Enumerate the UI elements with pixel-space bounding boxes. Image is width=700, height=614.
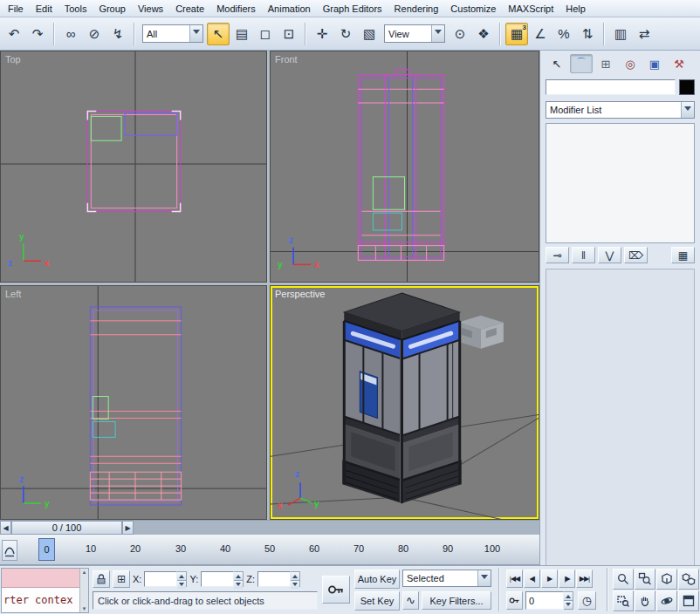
mirror-button[interactable]: ⇄ xyxy=(633,23,655,45)
menu-item-edit[interactable]: Edit xyxy=(30,1,58,17)
tab-motion[interactable]: ◎ xyxy=(619,54,642,73)
select-and-move-button[interactable]: ✛ xyxy=(311,23,333,45)
go-to-end-button[interactable]: ▶▶| xyxy=(576,570,593,588)
absolute-offset-mode-toggle[interactable]: ⊞ xyxy=(113,570,130,588)
select-object-button[interactable]: ↖ xyxy=(207,23,230,45)
object-color-swatch[interactable] xyxy=(679,79,695,95)
viewport-left[interactable]: Left z y xyxy=(0,285,267,520)
set-key-button[interactable]: Set Key xyxy=(354,591,400,611)
time-slider-prev-arrow[interactable]: ◀ xyxy=(0,521,11,535)
zoom-button[interactable] xyxy=(613,569,634,590)
undo-button[interactable]: ↶ xyxy=(3,23,25,45)
menu-item-help[interactable]: Help xyxy=(559,1,592,17)
z-coordinate-field[interactable] xyxy=(257,571,291,587)
reference-coordinate-system-dropdown[interactable]: View xyxy=(384,24,445,43)
default-tangent-button[interactable]: ∿ xyxy=(402,591,419,610)
window-crossing-toggle[interactable]: ⊡ xyxy=(278,23,300,45)
tab-create[interactable]: ↖ xyxy=(546,54,568,73)
next-frame-button[interactable]: |▶ xyxy=(559,570,575,588)
menu-item-tools[interactable]: Tools xyxy=(58,1,93,17)
set-keys-button[interactable] xyxy=(322,576,350,604)
modifier-list-dropdown[interactable]: Modifier List xyxy=(546,101,695,119)
selection-set-dropdown[interactable]: Selected xyxy=(402,570,491,587)
select-by-name-button[interactable]: ▤ xyxy=(230,23,253,45)
pin-stack-button[interactable]: ⊸ xyxy=(546,247,569,263)
bind-to-spacewarp-button[interactable]: ↯ xyxy=(106,23,129,45)
configure-modifier-sets-button[interactable]: ▦ xyxy=(671,247,695,263)
percent-snap-toggle[interactable]: % xyxy=(552,23,575,45)
tab-display[interactable]: ▣ xyxy=(643,54,666,73)
unlink-icon: ⊘ xyxy=(89,26,100,42)
menu-item-graph-editors[interactable]: Graph Editors xyxy=(317,1,388,17)
spinner-snap-toggle[interactable]: ⇅ xyxy=(576,23,599,45)
maximize-viewport-toggle[interactable] xyxy=(678,590,699,611)
menu-item-modifiers[interactable]: Modifiers xyxy=(210,1,262,17)
rectangular-selection-region-button[interactable]: ◻ xyxy=(254,23,277,45)
key-filters-button[interactable]: Key Filters... xyxy=(422,591,491,610)
pan-button[interactable] xyxy=(635,590,655,611)
named-selection-sets-button[interactable]: ▥ xyxy=(609,23,632,45)
zoom-extents-all-button[interactable] xyxy=(678,569,699,590)
tab-modify[interactable]: ⌒ xyxy=(570,54,593,73)
modifier-stack-toolbar: ⊸ ‖ ⋁ ⌦ ▦ xyxy=(546,247,695,263)
x-spinner[interactable] xyxy=(177,571,187,587)
auto-key-button[interactable]: Auto Key xyxy=(354,570,400,589)
select-and-scale-button[interactable]: ▧ xyxy=(358,23,381,45)
select-and-manipulate-button[interactable]: ❖ xyxy=(472,23,495,45)
toolbar-separator xyxy=(499,23,501,45)
zoom-region-button[interactable] xyxy=(613,590,634,611)
go-to-start-button[interactable]: |◀◀ xyxy=(506,570,523,588)
viewport-top[interactable]: Top y x z xyxy=(0,51,267,283)
y-spinner[interactable] xyxy=(234,571,244,587)
selection-lock-toggle[interactable] xyxy=(93,570,110,588)
time-configuration-button[interactable]: ◷ xyxy=(578,591,596,610)
menu-item-customize[interactable]: Customize xyxy=(444,1,502,17)
use-center-button[interactable]: ⊙ xyxy=(449,23,471,45)
remove-modifier-button[interactable]: ⌦ xyxy=(624,247,648,263)
zoom-all-button[interactable] xyxy=(635,569,655,590)
menu-item-file[interactable]: File xyxy=(2,1,30,17)
menu-item-animation[interactable]: Animation xyxy=(262,1,317,17)
angle-snap-toggle[interactable]: ∠ xyxy=(529,23,552,45)
x-coordinate-field[interactable] xyxy=(144,571,177,587)
arc-rotate-button[interactable] xyxy=(656,590,677,611)
select-and-link-button[interactable]: ∞ xyxy=(59,23,82,45)
make-unique-button[interactable]: ⋁ xyxy=(598,247,621,263)
menu-item-group[interactable]: Group xyxy=(93,1,132,17)
snap-toggle-button[interactable]: ▦3 xyxy=(505,23,528,45)
unlink-selection-button[interactable]: ⊘ xyxy=(83,23,106,45)
tab-hierarchy[interactable]: ⊞ xyxy=(594,54,617,73)
show-end-result-button[interactable]: ‖ xyxy=(572,247,595,263)
zoom-extents-button[interactable] xyxy=(656,569,677,590)
selection-filter-dropdown[interactable]: All xyxy=(142,24,203,43)
play-button[interactable]: ▶ xyxy=(541,570,558,588)
key-mode-icon xyxy=(509,595,520,606)
menu-item-rendering[interactable]: Rendering xyxy=(388,1,445,17)
viewport-perspective[interactable]: Perspective z x y xyxy=(270,285,539,520)
object-name-input[interactable] xyxy=(546,79,676,95)
tab-utilities[interactable]: ⚒ xyxy=(668,54,690,73)
rollout-area xyxy=(546,269,695,570)
current-frame-field[interactable] xyxy=(525,591,564,610)
select-and-rotate-button[interactable]: ↻ xyxy=(334,23,357,45)
y-coordinate-field[interactable] xyxy=(201,571,234,587)
open-mini-curve-editor-button[interactable] xyxy=(2,540,17,561)
z-spinner[interactable] xyxy=(291,571,300,587)
previous-frame-button[interactable]: ◀| xyxy=(524,570,540,588)
listener-scrollbar[interactable]: ▲▼ xyxy=(79,569,88,612)
menu-item-views[interactable]: Views xyxy=(132,1,169,17)
time-slider-next-arrow[interactable]: ▶ xyxy=(122,521,134,535)
maxscript-mini-listener[interactable]: rter contex ▲▼ xyxy=(1,568,89,613)
modifier-stack-list[interactable] xyxy=(546,123,695,243)
time-slider-handle[interactable]: 0 / 100 xyxy=(11,521,122,535)
key-mode-toggle[interactable] xyxy=(506,591,523,610)
use-center-icon: ⊙ xyxy=(455,26,466,42)
menu-item-create[interactable]: Create xyxy=(169,1,210,17)
listener-input-pane[interactable]: rter contex xyxy=(2,588,79,612)
redo-button[interactable]: ↷ xyxy=(26,23,49,45)
current-frame-marker[interactable]: 0 xyxy=(38,538,55,561)
menu-item-maxscript[interactable]: MAXScript xyxy=(502,1,559,17)
macro-recorder-pane[interactable] xyxy=(2,569,79,588)
frame-spinner[interactable] xyxy=(564,591,573,610)
viewport-front[interactable]: Front z x y xyxy=(270,51,539,283)
